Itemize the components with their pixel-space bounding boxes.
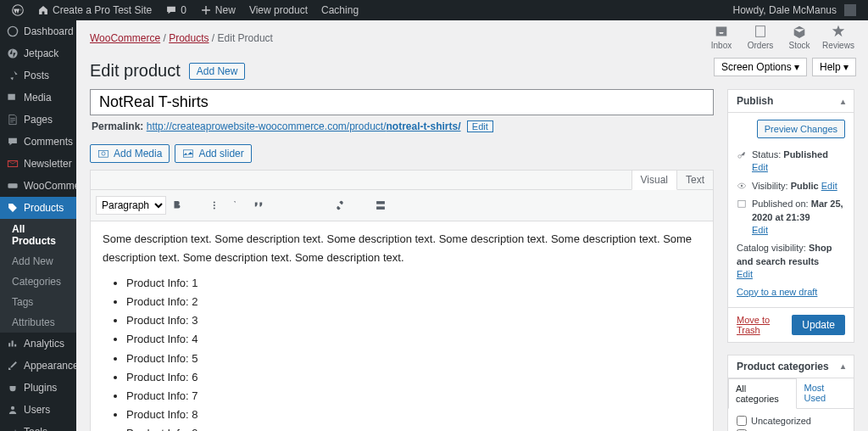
wp-logo[interactable] — [5, 0, 31, 20]
add-new-button[interactable]: Add New — [189, 63, 246, 80]
svg-point-11 — [102, 152, 105, 155]
caching[interactable]: Caching — [314, 0, 365, 20]
product-title-input[interactable] — [90, 89, 714, 115]
category-checkbox[interactable] — [737, 416, 747, 426]
stock-icon — [792, 24, 807, 39]
categories-toggle[interactable]: ▴ — [841, 361, 845, 371]
editor-tab-text[interactable]: Text — [677, 171, 713, 189]
svg-point-13 — [214, 201, 215, 203]
publish-toggle[interactable]: ▴ — [841, 97, 845, 106]
help-button[interactable]: Help ▾ — [812, 58, 856, 76]
menu-plugins[interactable]: Plugins — [0, 377, 76, 399]
admin-sidebar: Dashboard Jetpack Posts Media Pages Comm… — [0, 20, 76, 431]
link-icon — [334, 199, 346, 211]
permalink-edit-button[interactable]: Edit — [467, 120, 493, 132]
page-title: Edit product — [90, 61, 181, 81]
site-name[interactable]: Create a Pro Test Site — [31, 0, 159, 20]
stock-button[interactable]: Stock — [782, 24, 817, 50]
editor-content[interactable]: Some description text. Some description … — [91, 221, 713, 431]
status-edit-link[interactable]: Edit — [752, 162, 768, 172]
menu-tools[interactable]: Tools — [0, 421, 76, 431]
comments-count[interactable]: 0 — [159, 0, 193, 20]
number-list-button[interactable] — [229, 196, 248, 215]
view-product[interactable]: View product — [242, 0, 314, 20]
menu-woocommerce[interactable]: WooCommerce — [0, 175, 76, 197]
editor-toolbar: Paragraph — [91, 190, 713, 221]
link-button[interactable] — [331, 196, 349, 215]
svg-rect-5 — [8, 183, 17, 188]
svg-point-20 — [741, 185, 743, 187]
chart-icon — [7, 338, 19, 350]
svg-rect-21 — [738, 201, 745, 208]
breadcrumb-products[interactable]: Products — [169, 32, 209, 44]
categories-title: Product categories — [737, 361, 829, 372]
editor-tab-visual[interactable]: Visual — [632, 171, 677, 190]
svg-point-14 — [214, 204, 215, 206]
submenu-all-products[interactable]: All Products — [0, 219, 76, 251]
published-edit-link[interactable]: Edit — [752, 225, 768, 235]
new-content[interactable]: New — [193, 0, 242, 20]
catalog-vis-edit-link[interactable]: Edit — [737, 269, 753, 279]
bullet-list-button[interactable] — [209, 196, 227, 215]
screen-options-button[interactable]: Screen Options ▾ — [714, 58, 807, 76]
align-center-button[interactable] — [290, 196, 309, 215]
menu-media[interactable]: Media — [0, 87, 76, 109]
inbox-button[interactable]: Inbox — [704, 24, 739, 50]
menu-analytics[interactable]: Analytics — [0, 333, 76, 355]
kitchen-sink-icon — [375, 199, 387, 211]
menu-appearance[interactable]: Appearance — [0, 355, 76, 377]
svg-rect-16 — [376, 201, 385, 204]
howdy-user[interactable]: Howdy, Dale McManus — [726, 0, 863, 20]
permalink-link[interactable]: http://createaprowebsite-woocommerce.com… — [147, 120, 461, 132]
expand-icon — [689, 199, 703, 212]
inbox-icon — [714, 24, 729, 39]
category-item: Uncategorized — [737, 414, 845, 428]
update-button[interactable]: Update — [792, 315, 845, 335]
toolbar-toggle-button[interactable] — [371, 196, 390, 215]
submenu-categories[interactable]: Categories — [0, 271, 76, 292]
bold-button[interactable] — [168, 196, 186, 215]
menu-jetpack[interactable]: Jetpack — [0, 42, 76, 64]
menu-comments[interactable]: Comments — [0, 131, 76, 153]
cat-tab-most-used[interactable]: Most Used — [797, 378, 854, 408]
align-left-icon — [273, 199, 285, 211]
menu-newsletter[interactable]: Newsletter — [0, 153, 76, 175]
category-item: Hoodies — [737, 428, 845, 431]
menu-users[interactable]: Users — [0, 399, 76, 421]
svg-point-15 — [214, 207, 215, 209]
align-right-button[interactable] — [310, 196, 329, 215]
copy-to-draft-link[interactable]: Copy to a new draft — [737, 287, 845, 297]
breadcrumb-current: Edit Product — [218, 32, 273, 44]
move-to-trash-link[interactable]: Move to Trash — [737, 315, 792, 335]
quote-icon — [253, 199, 264, 211]
visibility-edit-link[interactable]: Edit — [821, 181, 837, 191]
italic-button[interactable] — [188, 196, 207, 215]
svg-point-6 — [11, 406, 14, 410]
bold-icon — [171, 199, 183, 211]
main-content: Inbox Orders Stock Reviews Screen Option… — [76, 20, 868, 431]
menu-pages[interactable]: Pages — [0, 109, 76, 131]
readmore-button[interactable] — [351, 196, 370, 215]
quote-button[interactable] — [249, 196, 268, 215]
menu-products[interactable]: Products — [0, 197, 76, 219]
menu-posts[interactable]: Posts — [0, 64, 76, 87]
format-select[interactable]: Paragraph — [96, 196, 166, 215]
publish-box: Publish▴ Preview Changes Status: Publish… — [727, 89, 854, 343]
orders-button[interactable]: Orders — [743, 24, 778, 50]
submenu-attributes[interactable]: Attributes — [0, 312, 76, 333]
breadcrumb-woocommerce[interactable]: WooCommerce — [90, 32, 160, 44]
cat-tab-all[interactable]: All categories — [728, 378, 797, 409]
italic-icon — [192, 199, 203, 211]
preview-changes-button[interactable]: Preview Changes — [757, 120, 845, 138]
align-left-button[interactable] — [270, 196, 288, 215]
submenu-add-new[interactable]: Add New — [0, 251, 76, 271]
add-media-button[interactable]: Add Media — [90, 144, 170, 163]
fullscreen-button[interactable] — [684, 193, 708, 217]
add-slider-button[interactable]: Add slider — [175, 144, 251, 163]
menu-dashboard[interactable]: Dashboard — [0, 20, 76, 42]
list-ul-icon — [212, 199, 224, 211]
submenu-tags[interactable]: Tags — [0, 292, 76, 312]
reviews-button[interactable]: Reviews — [821, 24, 856, 50]
key-icon — [737, 149, 747, 160]
svg-point-3 — [8, 48, 17, 58]
